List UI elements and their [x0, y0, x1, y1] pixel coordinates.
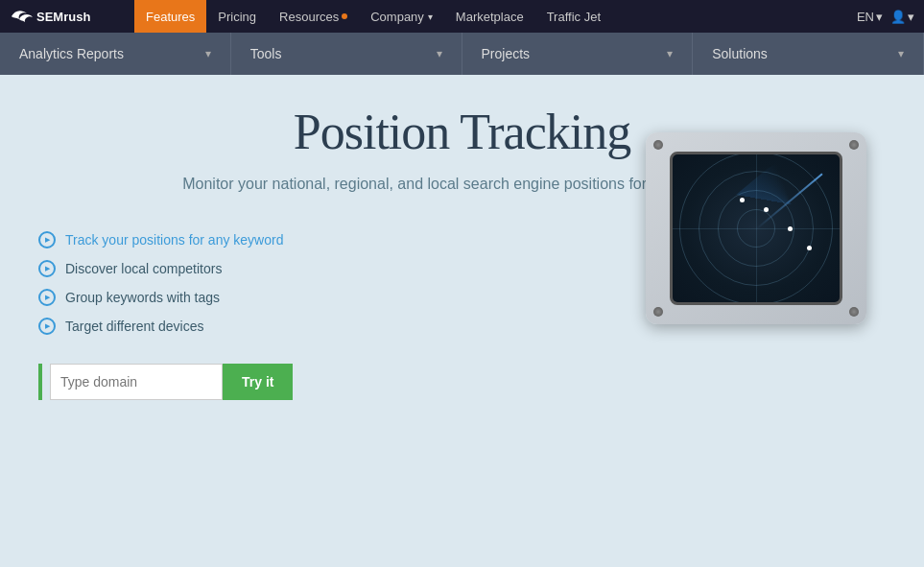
arrow-circle-icon [38, 260, 56, 277]
feature-text-4: Target different devices [65, 319, 204, 334]
tab-projects-label: Projects [482, 46, 531, 61]
tab-solutions[interactable]: Solutions ▾ [693, 33, 924, 75]
language-label: EN [857, 10, 874, 24]
nav-trafficjet[interactable]: Traffic Jet [535, 0, 612, 33]
top-navigation: SEMrush Features Pricing Resources Compa… [0, 0, 924, 33]
arrow-circle-icon [38, 231, 56, 248]
nav-marketplace[interactable]: Marketplace [444, 0, 535, 33]
main-content: Position Tracking Monitor your national,… [0, 75, 924, 555]
nav-right: EN ▾ 👤 ▾ [857, 10, 914, 24]
projects-chevron-icon: ▾ [667, 47, 673, 60]
tab-analytics-reports-label: Analytics Reports [19, 46, 124, 61]
nav-items: Features Pricing Resources Company ▾ Mar… [134, 0, 857, 33]
radar-dot [740, 198, 745, 202]
tab-solutions-label: Solutions [712, 46, 768, 61]
tab-tools[interactable]: Tools ▾ [231, 33, 462, 75]
radar-dot [764, 207, 769, 212]
analytics-chevron-icon: ▾ [205, 47, 211, 60]
radar-dot [807, 246, 812, 250]
green-accent-bar [38, 364, 42, 400]
features-submenu-bar: Analytics Reports ▾ Tools ▾ Projects ▾ S… [0, 33, 924, 75]
user-menu[interactable]: 👤 ▾ [890, 10, 914, 24]
screw-tl [653, 140, 663, 150]
radar-dot [788, 226, 793, 231]
nav-features[interactable]: Features [134, 0, 206, 33]
screw-tr [849, 140, 859, 150]
nav-resources[interactable]: Resources [268, 0, 359, 33]
user-chevron-icon: ▾ [908, 10, 914, 24]
language-chevron-icon: ▾ [876, 10, 883, 24]
tab-projects[interactable]: Projects ▾ [462, 33, 694, 75]
arrow-circle-icon [38, 318, 56, 335]
tab-tools-label: Tools [250, 46, 282, 61]
radar-screen [670, 152, 842, 305]
feature-text-3: Group keywords with tags [65, 290, 220, 305]
domain-input[interactable] [50, 364, 223, 400]
radar-outer-frame [646, 132, 866, 324]
language-selector[interactable]: EN ▾ [857, 10, 883, 24]
logo[interactable]: SEMrush [10, 6, 125, 27]
domain-input-row: Try it [38, 364, 886, 400]
radar-sweep-line [755, 173, 822, 229]
feature-link-1[interactable]: Track your positions for any keyword [65, 232, 283, 248]
user-icon: 👤 [890, 10, 906, 24]
screw-bl [653, 307, 663, 317]
radar-illustration [646, 132, 866, 324]
svg-text:SEMrush: SEMrush [36, 10, 90, 24]
company-chevron-icon: ▾ [428, 12, 433, 22]
tab-analytics-reports[interactable]: Analytics Reports ▾ [0, 33, 231, 75]
screw-br [849, 307, 859, 317]
nav-pricing[interactable]: Pricing [206, 0, 268, 33]
solutions-chevron-icon: ▾ [898, 47, 904, 60]
arrow-circle-icon [38, 289, 56, 306]
try-it-button[interactable]: Try it [223, 364, 293, 400]
tools-chevron-icon: ▾ [437, 47, 442, 60]
feature-text-2: Discover local competitors [65, 261, 222, 276]
nav-company[interactable]: Company ▾ [359, 0, 444, 33]
resources-dot-icon [342, 13, 347, 19]
